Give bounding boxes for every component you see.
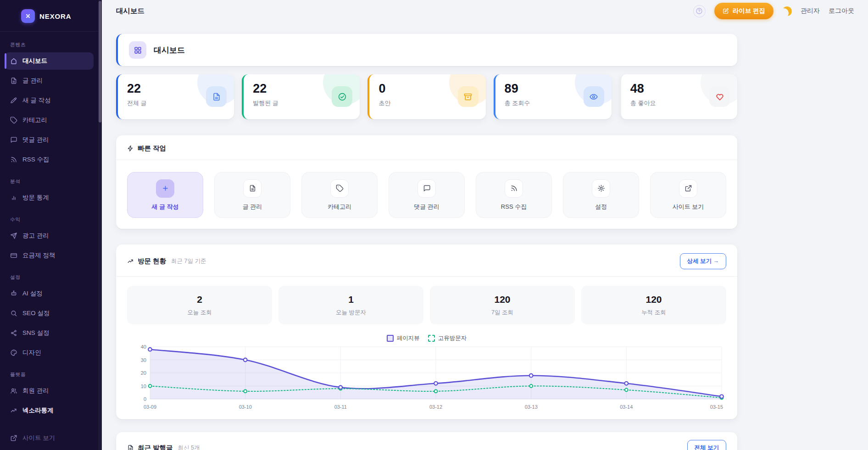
svg-text:40: 40 — [141, 344, 146, 350]
sidebar-item-ads[interactable]: 광고 관리 — [5, 227, 94, 244]
eye-icon — [584, 86, 604, 107]
sidebar: NEXORA 콘텐츠 대시보드 글 관리 새 글 작성 카테고리 댓글 관리 R… — [0, 0, 98, 450]
svg-text:20: 20 — [141, 370, 146, 376]
sidebar-item-nexora-stats[interactable]: 넥소라통계 — [5, 402, 94, 419]
dashboard-banner: 대시보드 — [116, 34, 737, 66]
quick-action-label: 설정 — [595, 203, 607, 211]
stat-card-total-likes: 48 총 좋아요 — [619, 74, 737, 119]
view-all-button[interactable]: 전체 보기 — [687, 440, 726, 450]
visits-card: 방문 현황 최근 7일 기준 상세 보기 → 2 오늘 조회 1 오늘 방문자 … — [116, 244, 737, 419]
quick-action-label: 댓글 관리 — [414, 203, 440, 211]
stat-card-published-posts: 22 발행된 글 — [242, 74, 360, 119]
sidebar-divider — [0, 31, 98, 32]
top-header: 대시보드 라이브 편집 관리자 로그아웃 — [116, 0, 854, 22]
legend-item-pageviews[interactable]: 페이지뷰 — [387, 334, 420, 342]
visit-mini-stats: 2 오늘 조회 1 오늘 방문자 120 7일 조회 120 누적 조회 — [127, 286, 726, 324]
legend-label: 페이지뷰 — [397, 334, 420, 342]
quick-action-new-post[interactable]: 새 글 작성 — [127, 172, 203, 218]
visits-detail-button[interactable]: 상세 보기 → — [680, 253, 726, 269]
sidebar-item-rss[interactable]: RSS 수집 — [5, 151, 94, 168]
zap-icon — [127, 145, 134, 152]
legend-item-unique-visitors[interactable]: 고유방문자 — [428, 334, 467, 342]
sidebar-item-visit-stats[interactable]: 방문 통계 — [5, 189, 94, 206]
credit-card-icon — [10, 252, 17, 259]
visits-subtitle: 최근 7일 기준 — [171, 257, 206, 265]
mini-stat-value: 120 — [645, 294, 662, 305]
sidebar-item-label: 카테고리 — [22, 116, 47, 124]
stats-row: 22 전체 글 22 발행된 글 0 초안 89 총 조회수 48 총 좋아요 — [116, 74, 737, 119]
quick-action-label: 새 글 작성 — [151, 203, 178, 211]
sidebar-scrollbar-thumb[interactable] — [99, 1, 101, 122]
mini-stat-7day-views: 120 7일 조회 — [430, 286, 575, 324]
divider — [116, 160, 737, 160]
tag-icon — [330, 179, 349, 198]
chart-legend: 페이지뷰 고유방문자 — [127, 334, 726, 342]
banner-title: 대시보드 — [154, 45, 185, 56]
quick-action-categories[interactable]: 카테고리 — [301, 172, 378, 218]
admin-link[interactable]: 관리자 — [801, 7, 820, 15]
sidebar-item-seo-settings[interactable]: SEO 설정 — [5, 305, 94, 322]
sidebar-item-categories[interactable]: 카테고리 — [5, 111, 94, 129]
sidebar-item-members[interactable]: 회원 관리 — [5, 382, 94, 400]
quick-action-posts[interactable]: 글 관리 — [214, 172, 290, 218]
brand-logo[interactable]: NEXORA — [5, 6, 94, 31]
quick-actions-card: 빠른 작업 새 글 작성 글 관리 카테고리 댓글 관리 R — [116, 135, 737, 229]
sidebar-item-new-post[interactable]: 새 글 작성 — [5, 92, 94, 109]
sidebar-section-platform: 플랫폼 — [10, 372, 88, 378]
dark-mode-toggle-moon-icon[interactable] — [782, 6, 792, 16]
rss-icon — [10, 156, 17, 163]
logout-link[interactable]: 로그아웃 — [829, 7, 854, 15]
legend-swatch-dashed — [428, 335, 435, 342]
logo-nodes-icon — [24, 12, 32, 20]
sidebar-item-comments[interactable]: 댓글 관리 — [5, 131, 94, 149]
quick-action-tiles: 새 글 작성 글 관리 카테고리 댓글 관리 RSS 수집 설정 — [127, 172, 726, 218]
sidebar-item-pricing[interactable]: 요금제 정책 — [5, 247, 94, 264]
quick-action-settings[interactable]: 설정 — [563, 172, 639, 218]
sidebar-item-posts[interactable]: 글 관리 — [5, 72, 94, 89]
sidebar-item-sns-settings[interactable]: SNS 설정 — [5, 324, 94, 342]
stat-card-total-views: 89 총 조회수 — [494, 74, 612, 119]
quick-action-view-site[interactable]: 사이트 보기 — [650, 172, 726, 218]
divider — [116, 276, 737, 277]
mini-stat-today-visitors: 1 오늘 방문자 — [278, 286, 423, 324]
pencil-icon — [10, 97, 17, 104]
sidebar-item-view-site[interactable]: 사이트 보기 — [5, 429, 94, 447]
help-icon — [696, 7, 703, 15]
live-edit-button[interactable]: 라이브 편집 — [714, 3, 773, 19]
rss-icon — [505, 179, 523, 198]
quick-action-rss[interactable]: RSS 수집 — [476, 172, 552, 218]
recent-posts-card: 최근 발행글 최신 5개 전체 보기 — [116, 432, 737, 450]
mini-stat-today-views: 2 오늘 조회 — [127, 286, 272, 324]
sidebar-item-label: 방문 통계 — [22, 194, 49, 202]
sidebar-scrollbar[interactable] — [98, 0, 102, 450]
sidebar-item-label: 디자인 — [22, 349, 41, 357]
help-button[interactable] — [693, 5, 706, 17]
plus-icon — [156, 179, 174, 198]
nexora-logo-icon — [21, 9, 35, 23]
sidebar-item-design[interactable]: 디자인 — [5, 344, 94, 361]
robot-icon — [10, 290, 17, 297]
svg-text:03-10: 03-10 — [239, 404, 252, 410]
send-icon — [10, 232, 17, 239]
palette-icon — [10, 349, 17, 356]
edit-box-icon — [723, 8, 729, 14]
quick-action-comments[interactable]: 댓글 관리 — [389, 172, 465, 218]
quick-actions-title: 빠른 작업 — [138, 144, 166, 153]
recent-posts-title: 최근 발행글 — [138, 444, 173, 450]
trending-up-icon — [10, 407, 17, 414]
quick-action-label: RSS 수집 — [501, 203, 527, 211]
svg-text:10: 10 — [141, 383, 146, 389]
mini-stat-value: 2 — [197, 294, 202, 305]
sidebar-item-label: 사이트 보기 — [22, 434, 55, 442]
sidebar-item-label: 넥소라통계 — [22, 406, 54, 415]
sidebar-item-dashboard[interactable]: 대시보드 — [5, 52, 94, 70]
sidebar-item-label: 광고 관리 — [22, 232, 49, 240]
main-content: 대시보드 라이브 편집 관리자 로그아웃 대시보드 22 전체 글 22 발행된… — [102, 0, 868, 450]
sidebar-item-ai-settings[interactable]: AI 설정 — [5, 285, 94, 302]
sidebar-item-label: 회원 관리 — [22, 387, 49, 395]
external-link-icon — [10, 434, 17, 442]
brand-name: NEXORA — [39, 12, 72, 20]
share-icon — [10, 329, 17, 337]
bar-chart-icon — [10, 194, 17, 201]
search-icon — [10, 310, 17, 317]
